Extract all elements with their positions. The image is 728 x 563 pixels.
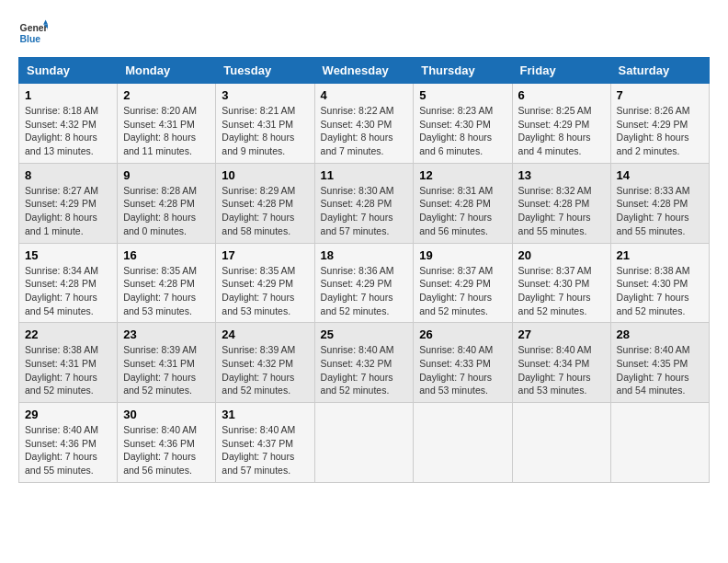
calendar-cell: 22 Sunrise: 8:38 AMSunset: 4:31 PMDaylig… (19, 323, 118, 403)
logo: General Blue (18, 18, 48, 48)
day-detail: Sunrise: 8:22 AMSunset: 4:30 PMDaylight:… (321, 105, 394, 156)
calendar-cell: 9 Sunrise: 8:28 AMSunset: 4:28 PMDayligh… (118, 163, 216, 243)
calendar-cell: 18 Sunrise: 8:36 AMSunset: 4:29 PMDaylig… (314, 243, 414, 323)
day-number: 31 (222, 408, 308, 421)
calendar-table: SundayMondayTuesdayWednesdayThursdayFrid… (18, 57, 710, 483)
calendar-cell: 7 Sunrise: 8:26 AMSunset: 4:29 PMDayligh… (610, 84, 709, 164)
day-detail: Sunrise: 8:40 AMSunset: 4:36 PMDaylight:… (25, 424, 98, 476)
day-detail: Sunrise: 8:40 AMSunset: 4:35 PMDaylight:… (617, 344, 690, 396)
day-number: 14 (617, 168, 703, 182)
day-detail: Sunrise: 8:30 AMSunset: 4:28 PMDaylight:… (321, 185, 394, 236)
dow-header: Tuesday (216, 58, 314, 84)
day-detail: Sunrise: 8:18 AMSunset: 4:32 PMDaylight:… (25, 105, 98, 156)
day-number: 29 (25, 408, 111, 421)
calendar-cell: 15 Sunrise: 8:34 AMSunset: 4:28 PMDaylig… (19, 243, 118, 323)
dow-header: Wednesday (314, 58, 414, 84)
day-detail: Sunrise: 8:20 AMSunset: 4:31 PMDaylight:… (123, 105, 197, 156)
calendar-cell: 4 Sunrise: 8:22 AMSunset: 4:30 PMDayligh… (314, 84, 414, 164)
day-detail: Sunrise: 8:38 AMSunset: 4:31 PMDaylight:… (25, 344, 98, 396)
calendar-cell: 29 Sunrise: 8:40 AMSunset: 4:36 PMDaylig… (19, 403, 118, 483)
day-number: 17 (222, 248, 308, 262)
calendar-cell: 21 Sunrise: 8:38 AMSunset: 4:30 PMDaylig… (610, 243, 709, 323)
calendar-cell: 30 Sunrise: 8:40 AMSunset: 4:36 PMDaylig… (118, 403, 216, 483)
day-detail: Sunrise: 8:40 AMSunset: 4:34 PMDaylight:… (518, 344, 592, 396)
calendar-cell: 26 Sunrise: 8:40 AMSunset: 4:33 PMDaylig… (414, 323, 512, 403)
day-number: 1 (25, 88, 111, 102)
calendar-cell: 6 Sunrise: 8:25 AMSunset: 4:29 PMDayligh… (512, 84, 610, 164)
calendar-cell: 2 Sunrise: 8:20 AMSunset: 4:31 PMDayligh… (118, 84, 216, 164)
day-number: 26 (419, 327, 506, 341)
day-detail: Sunrise: 8:35 AMSunset: 4:28 PMDaylight:… (123, 265, 197, 316)
day-detail: Sunrise: 8:38 AMSunset: 4:30 PMDaylight:… (617, 265, 690, 316)
calendar-cell: 1 Sunrise: 8:18 AMSunset: 4:32 PMDayligh… (19, 84, 118, 164)
day-detail: Sunrise: 8:25 AMSunset: 4:29 PMDaylight:… (518, 105, 592, 156)
day-number: 24 (222, 327, 308, 341)
calendar-cell (512, 403, 610, 483)
day-detail: Sunrise: 8:34 AMSunset: 4:28 PMDaylight:… (25, 265, 98, 316)
calendar-week-row: 15 Sunrise: 8:34 AMSunset: 4:28 PMDaylig… (19, 243, 710, 323)
calendar-cell: 31 Sunrise: 8:40 AMSunset: 4:37 PMDaylig… (216, 403, 314, 483)
logo-icon: General Blue (18, 18, 48, 48)
day-number: 4 (321, 88, 408, 102)
calendar-cell: 5 Sunrise: 8:23 AMSunset: 4:30 PMDayligh… (414, 84, 512, 164)
calendar-cell (610, 403, 709, 483)
calendar-cell: 12 Sunrise: 8:31 AMSunset: 4:28 PMDaylig… (414, 163, 512, 243)
day-detail: Sunrise: 8:40 AMSunset: 4:37 PMDaylight:… (222, 424, 295, 476)
day-detail: Sunrise: 8:26 AMSunset: 4:29 PMDaylight:… (617, 105, 690, 156)
calendar-cell: 16 Sunrise: 8:35 AMSunset: 4:28 PMDaylig… (118, 243, 216, 323)
days-of-week-row: SundayMondayTuesdayWednesdayThursdayFrid… (19, 58, 710, 84)
calendar-cell: 10 Sunrise: 8:29 AMSunset: 4:28 PMDaylig… (216, 163, 314, 243)
calendar-cell (414, 403, 512, 483)
day-detail: Sunrise: 8:35 AMSunset: 4:29 PMDaylight:… (222, 265, 295, 316)
day-detail: Sunrise: 8:37 AMSunset: 4:30 PMDaylight:… (518, 265, 592, 316)
day-number: 5 (419, 88, 506, 102)
day-number: 7 (617, 88, 703, 102)
calendar-cell: 17 Sunrise: 8:35 AMSunset: 4:29 PMDaylig… (216, 243, 314, 323)
day-detail: Sunrise: 8:39 AMSunset: 4:31 PMDaylight:… (123, 344, 197, 396)
day-number: 22 (25, 327, 111, 341)
day-number: 30 (123, 408, 210, 421)
day-number: 25 (321, 327, 408, 341)
day-number: 20 (518, 248, 605, 262)
dow-header: Friday (512, 58, 610, 84)
day-number: 23 (123, 327, 210, 341)
calendar-cell: 8 Sunrise: 8:27 AMSunset: 4:29 PMDayligh… (19, 163, 118, 243)
calendar-cell: 20 Sunrise: 8:37 AMSunset: 4:30 PMDaylig… (512, 243, 610, 323)
svg-marker-2 (43, 20, 48, 25)
calendar-week-row: 1 Sunrise: 8:18 AMSunset: 4:32 PMDayligh… (19, 84, 710, 164)
day-number: 3 (222, 88, 308, 102)
calendar-cell: 3 Sunrise: 8:21 AMSunset: 4:31 PMDayligh… (216, 84, 314, 164)
dow-header: Thursday (414, 58, 512, 84)
day-detail: Sunrise: 8:40 AMSunset: 4:33 PMDaylight:… (419, 344, 493, 396)
calendar-cell: 19 Sunrise: 8:37 AMSunset: 4:29 PMDaylig… (414, 243, 512, 323)
calendar-cell: 24 Sunrise: 8:39 AMSunset: 4:32 PMDaylig… (216, 323, 314, 403)
dow-header: Sunday (19, 58, 118, 84)
day-number: 13 (518, 168, 605, 182)
calendar-cell: 13 Sunrise: 8:32 AMSunset: 4:28 PMDaylig… (512, 163, 610, 243)
day-detail: Sunrise: 8:23 AMSunset: 4:30 PMDaylight:… (419, 105, 493, 156)
day-detail: Sunrise: 8:33 AMSunset: 4:28 PMDaylight:… (617, 185, 690, 236)
day-number: 19 (419, 248, 506, 262)
day-detail: Sunrise: 8:21 AMSunset: 4:31 PMDaylight:… (222, 105, 295, 156)
day-number: 27 (518, 327, 605, 341)
calendar-week-row: 29 Sunrise: 8:40 AMSunset: 4:36 PMDaylig… (19, 403, 710, 483)
svg-text:General: General (20, 23, 48, 33)
day-detail: Sunrise: 8:37 AMSunset: 4:29 PMDaylight:… (419, 265, 493, 316)
day-detail: Sunrise: 8:29 AMSunset: 4:28 PMDaylight:… (222, 185, 295, 236)
calendar-body: 1 Sunrise: 8:18 AMSunset: 4:32 PMDayligh… (19, 84, 710, 483)
day-number: 6 (518, 88, 605, 102)
day-detail: Sunrise: 8:40 AMSunset: 4:32 PMDaylight:… (321, 344, 394, 396)
day-detail: Sunrise: 8:40 AMSunset: 4:36 PMDaylight:… (123, 424, 197, 476)
day-number: 16 (123, 248, 210, 262)
calendar-week-row: 22 Sunrise: 8:38 AMSunset: 4:31 PMDaylig… (19, 323, 710, 403)
calendar-cell: 23 Sunrise: 8:39 AMSunset: 4:31 PMDaylig… (118, 323, 216, 403)
day-number: 11 (321, 168, 408, 182)
day-number: 21 (617, 248, 703, 262)
calendar-week-row: 8 Sunrise: 8:27 AMSunset: 4:29 PMDayligh… (19, 163, 710, 243)
day-detail: Sunrise: 8:27 AMSunset: 4:29 PMDaylight:… (25, 185, 98, 236)
day-number: 18 (321, 248, 408, 262)
day-number: 12 (419, 168, 506, 182)
svg-text:Blue: Blue (20, 34, 41, 44)
calendar-cell: 28 Sunrise: 8:40 AMSunset: 4:35 PMDaylig… (610, 323, 709, 403)
day-number: 10 (222, 168, 308, 182)
